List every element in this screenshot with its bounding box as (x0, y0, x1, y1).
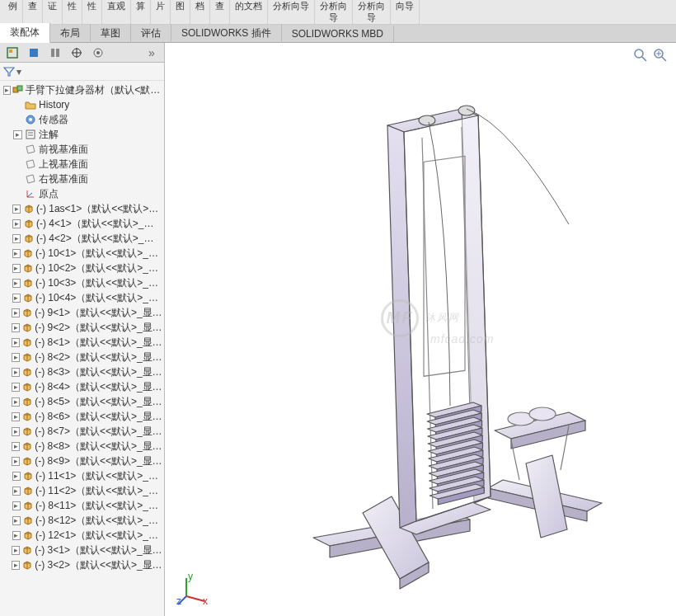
tree-tab-configmanager[interactable] (46, 45, 64, 61)
tree-part[interactable]: ▸(-) 8<5>（默认<<默认>_显示状态 (2, 394, 162, 409)
expander-icon[interactable]: ▸ (12, 323, 20, 332)
ribbon-group[interactable]: 分析向导 (353, 0, 391, 25)
expander-icon[interactable]: ▸ (12, 249, 21, 258)
expander-icon[interactable]: ▸ (12, 353, 20, 362)
expander-icon[interactable]: ▸ (12, 472, 21, 481)
tree-part[interactable]: ▸(-) 8<6>（默认<<默认>_显示状态 (2, 409, 162, 424)
tree-root-assembly[interactable]: ▸手臂下拉健身器材（默认<默认_显示状 (2, 82, 162, 97)
expander-icon[interactable]: ▸ (13, 130, 22, 139)
ribbon-group[interactable]: 分析向导 (315, 0, 353, 25)
tree-part[interactable]: ▸(-) 12<1>（默认<<默认>_显示状 (2, 528, 162, 543)
ribbon-group[interactable]: 向导 (391, 0, 420, 25)
tree-part[interactable]: ▸(-) 8<7>（默认<<默认>_显示状态 (2, 424, 162, 439)
tree-item-上视基准面[interactable]: 上视基准面 (2, 157, 162, 172)
expander-icon[interactable]: ▸ (3, 86, 11, 95)
ribbon-group[interactable]: 例 (3, 0, 23, 25)
ribbon-group[interactable]: 算 (131, 0, 151, 25)
tree-item-History[interactable]: History (2, 97, 162, 112)
tree-part[interactable]: ▸(-) 9<1>（默认<<默认>_显示状态 (2, 305, 162, 320)
tree-part[interactable]: ▸(-) 10<4>（默认<<默认>_显示状 (2, 290, 162, 305)
tree-part[interactable]: ▸(-) 11<1>（默认<<默认>_显示状 (2, 468, 162, 483)
expander-icon[interactable]: ▸ (12, 397, 20, 407)
expander-icon[interactable]: ▸ (12, 294, 21, 303)
expander-icon[interactable]: ▸ (12, 308, 20, 317)
orientation-triad[interactable]: y x z (176, 573, 209, 606)
ribbon-group[interactable]: 片 (151, 0, 171, 25)
tree-part[interactable]: ▸(-) 8<3>（默认<<默认>_显示状态 (2, 364, 162, 379)
ribbon-group[interactable]: 直观 (102, 0, 131, 25)
expander-icon[interactable]: ▸ (12, 516, 21, 525)
ribbon-group[interactable]: 的文档 (230, 0, 268, 25)
tree-part[interactable]: ▸(-) 8<8>（默认<<默认>_显示状态 (2, 439, 162, 454)
tree-tab-display[interactable] (89, 45, 107, 61)
tree-part[interactable]: ▸(-) 11<2>（默认<<默认>_显示状 (2, 483, 162, 498)
expander-icon[interactable]: ▸ (12, 501, 21, 510)
tab-评估[interactable]: 评估 (131, 24, 171, 43)
expander-icon[interactable]: ▸ (12, 234, 21, 243)
tree-item-右视基准面[interactable]: 右视基准面 (2, 172, 162, 186)
tree-item-注解[interactable]: ▸注解 (2, 127, 162, 142)
tree-part[interactable]: ▸(-) 8<9>（默认<<默认>_显示状态 (2, 454, 162, 468)
expander-icon[interactable]: ▸ (12, 531, 21, 540)
ribbon-group[interactable]: 性 (63, 0, 82, 25)
ribbon-group[interactable]: 查 (210, 0, 230, 25)
tree-part[interactable]: ▸(-) 3<1>（默认<<默认>_显示状态 (2, 543, 162, 557)
ribbon-group[interactable]: 性 (82, 0, 102, 25)
ribbon-group[interactable]: 查 (23, 0, 43, 25)
tree-tab-propertymanager[interactable] (25, 45, 43, 61)
tree-part[interactable]: ▸(-) 8<11>（默认<<默认>_显示状 (2, 498, 162, 513)
expander-icon[interactable] (13, 101, 22, 110)
tab-SOLIDWORKS MBD[interactable]: SOLIDWORKS MBD (282, 26, 394, 42)
expander-icon[interactable]: ▸ (12, 279, 21, 288)
expander-icon[interactable] (13, 175, 22, 184)
expander-icon[interactable]: ▸ (12, 264, 21, 273)
tree-tab-dimxpert[interactable] (68, 45, 86, 61)
expander-icon[interactable]: ▸ (12, 561, 20, 570)
tree-label: 传感器 (39, 113, 68, 127)
ribbon-group[interactable]: 证 (43, 0, 63, 25)
tree-tab-overflow[interactable]: » (143, 45, 161, 61)
tree-part[interactable]: ▸(-) 4<2>（默认<<默认>_显示状 (2, 231, 162, 246)
expander-icon[interactable]: ▸ (12, 368, 20, 377)
tree-part[interactable]: ▸(-) 8<12>（默认<<默认>_显示状 (2, 513, 162, 528)
tree-part[interactable]: ▸(-) 9<2>（默认<<默认>_显示状态 (2, 320, 162, 335)
feature-tree[interactable]: ▸手臂下拉健身器材（默认<默认_显示状History传感器▸注解前视基准面上视基… (0, 81, 164, 616)
ribbon-group[interactable]: 分析向导 (268, 0, 315, 25)
expander-icon[interactable]: ▸ (12, 487, 21, 496)
expander-icon[interactable] (13, 145, 22, 154)
tree-icon (21, 454, 33, 468)
graphics-viewport[interactable]: MF 沐风网 mfcad.com y x z (165, 43, 676, 616)
tree-item-前视基准面[interactable]: 前视基准面 (2, 142, 162, 157)
expander-icon[interactable]: ▸ (12, 338, 20, 347)
expander-icon[interactable] (13, 115, 22, 125)
tree-part[interactable]: ▸(-) 3<2>（默认<<默认>_显示状态 (2, 557, 162, 572)
expander-icon[interactable]: ▸ (12, 205, 21, 214)
tree-part[interactable]: ▸(-) 10<1>（默认<<默认>_显示状 (2, 246, 162, 261)
tab-SOLIDWORKS 插件[interactable]: SOLIDWORKS 插件 (171, 24, 282, 43)
tree-part[interactable]: ▸(-) 4<1>（默认<<默认>_显示状 (2, 216, 162, 231)
ribbon-group[interactable]: 档 (190, 0, 210, 25)
tree-part[interactable]: ▸(-) 8<4>（默认<<默认>_显示状态 (2, 379, 162, 394)
expander-icon[interactable]: ▸ (12, 442, 20, 451)
tab-草图[interactable]: 草图 (91, 24, 131, 43)
expander-icon[interactable]: ▸ (12, 383, 20, 392)
tab-装配体[interactable]: 装配体 (0, 23, 50, 44)
expander-icon[interactable]: ▸ (12, 219, 21, 228)
expander-icon[interactable]: ▸ (12, 457, 20, 466)
tree-part[interactable]: ▸(-) 10<3>（默认<<默认>_显示状 (2, 275, 162, 290)
tree-tab-featuremanager[interactable] (3, 45, 21, 61)
expander-icon[interactable]: ▸ (12, 427, 20, 436)
tree-part[interactable]: ▸(-) 10<2>（默认<<默认>_显示状 (2, 261, 162, 275)
expander-icon[interactable]: ▸ (12, 412, 20, 421)
tree-part[interactable]: ▸(-) 1as<1>（默认<<默认>_显示 (2, 201, 162, 216)
expander-icon[interactable] (13, 160, 22, 169)
ribbon-group[interactable]: 图 (171, 0, 190, 25)
tab-布局[interactable]: 布局 (50, 24, 91, 43)
tree-part[interactable]: ▸(-) 8<2>（默认<<默认>_显示状态 (2, 350, 162, 364)
expander-icon[interactable]: ▸ (12, 546, 20, 555)
tree-part[interactable]: ▸(-) 8<1>（默认<<默认>_显示状态 (2, 335, 162, 350)
tree-item-原点[interactable]: 原点 (2, 186, 162, 201)
expander-icon[interactable] (13, 190, 22, 199)
tree-filter-bar[interactable]: ▾ (0, 63, 164, 81)
tree-item-传感器[interactable]: 传感器 (2, 112, 162, 127)
